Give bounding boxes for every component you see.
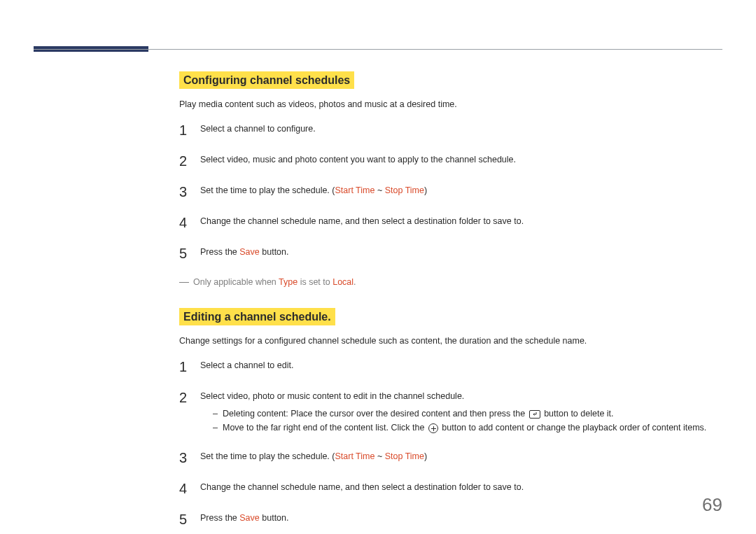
type-label: Type <box>279 277 298 287</box>
page-number: 69 <box>702 494 722 516</box>
sub-item: Deleting content: Place the cursor over … <box>213 407 722 421</box>
step-item: Set the time to play the schedule. (Star… <box>179 450 722 465</box>
step-text: Set the time to play the schedule. ( <box>200 185 335 195</box>
step-item: Select a channel to edit. <box>179 359 722 374</box>
step-item: Select video, music and photo content yo… <box>179 153 722 169</box>
section-intro: Play media content such as videos, photo… <box>179 99 722 111</box>
start-time-label: Start Time <box>335 451 374 461</box>
step-item: Set the time to play the schedule. (Star… <box>179 184 722 199</box>
save-label: Save <box>239 247 260 257</box>
section-heading: Editing a channel schedule. <box>179 308 335 325</box>
step-text: ~ <box>374 185 384 195</box>
section-heading: Configuring channel schedules <box>179 71 354 89</box>
section: Editing a channel schedule. Change setti… <box>179 308 722 534</box>
step-item: Select a channel to configure. <box>179 122 722 138</box>
sub-text: Deleting content: Place the cursor over … <box>223 409 528 419</box>
sub-list: Deleting content: Place the cursor over … <box>200 407 722 435</box>
step-text: button. <box>260 513 289 523</box>
step-text: Press the <box>200 513 239 523</box>
section-intro: Change settings for a configured channel… <box>179 335 722 348</box>
step-text: Select video, music and photo content yo… <box>200 155 516 164</box>
local-label: Local <box>332 277 354 287</box>
sub-text: Move to the far right end of the content… <box>223 423 427 433</box>
content-area: Configuring channel schedules Play media… <box>34 50 722 534</box>
step-item: Change the channel schedule name, and th… <box>179 215 722 230</box>
step-item: Press the Save button. <box>179 246 722 261</box>
note-text: . <box>354 277 356 287</box>
step-text: Set the time to play the schedule. ( <box>200 451 335 461</box>
steps-list: Select a channel to edit. Select video, … <box>179 359 722 528</box>
sub-item: Move to the far right end of the content… <box>213 421 722 435</box>
step-text: ~ <box>374 451 384 461</box>
step-text: ) <box>424 451 427 461</box>
step-text: Press the <box>200 247 239 257</box>
step-text: button. <box>260 247 289 257</box>
note-text: is set to <box>298 277 332 287</box>
sub-text: button to delete it. <box>542 409 614 419</box>
document-page: Configuring channel schedules Play media… <box>0 0 756 534</box>
step-text: Select a channel to edit. <box>200 360 293 370</box>
enter-icon <box>529 410 540 419</box>
plus-icon <box>428 423 438 433</box>
stop-time-label: Stop Time <box>385 185 424 195</box>
sub-text: button to add content or change the play… <box>440 423 707 433</box>
horizontal-rule <box>34 49 722 50</box>
note-text: Only applicable when <box>193 277 279 287</box>
steps-list: Select a channel to configure. Select vi… <box>179 122 722 261</box>
start-time-label: Start Time <box>335 185 374 195</box>
header-rule-area <box>34 29 722 50</box>
step-item: Change the channel schedule name, and th… <box>179 481 722 496</box>
step-item: Select video, photo or music content to … <box>179 390 722 435</box>
stop-time-label: Stop Time <box>385 451 424 461</box>
footnote: Only applicable when Type is set to Loca… <box>179 276 722 289</box>
save-label: Save <box>239 513 260 523</box>
step-text: Select a channel to configure. <box>200 124 316 134</box>
step-item: Press the Save button. <box>179 512 722 527</box>
step-text: Select video, photo or music content to … <box>200 391 464 401</box>
step-text: Change the channel schedule name, and th… <box>200 482 524 492</box>
step-text: ) <box>424 185 427 195</box>
step-text: Change the channel schedule name, and th… <box>200 216 524 226</box>
